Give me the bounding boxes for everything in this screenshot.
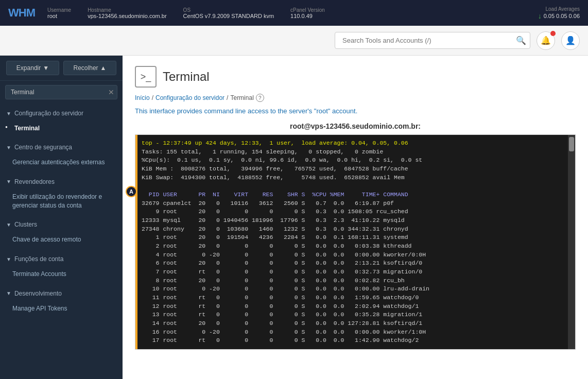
terminal-icon: >_ [135,66,157,88]
sidebar-section-seguranca: ▼ Centro de segurança Gerenciar autentic… [0,137,123,172]
sidebar-item-api[interactable]: Manage API Tokens [0,301,123,316]
chevron-down-icon: ▼ [6,111,11,116]
sidebar-section-funcoes: ▼ Funções de conta Terminate Accounts [0,249,123,284]
terminal-line-19: 13 root rt 0 0 0 0 S 0.0 0.0 0:35.28 mig… [142,311,565,319]
page-title: Terminal [163,70,210,84]
terminal-line-4: KiB Swap: 4194300 total, 4188552 free, 5… [142,174,565,182]
terminal-line-9: 27348 chrony 20 0 103680 1460 1232 S 0.3… [142,225,565,234]
sidebar-section-header-configuracao[interactable]: ▼ Configuração do servidor [0,106,123,121]
terminal-line-0: top - 12:37:49 up 424 days, 12:33, 1 use… [142,139,565,148]
sidebar-section-header-seguranca[interactable]: ▼ Centro de segurança [0,140,123,155]
terminal-line-18: 12 root rt 0 0 0 0 S 0.0 0.0 2:02.94 wat… [142,302,565,311]
chevron-down-icon: ▼ [6,256,11,262]
server-title: root@vps-123456.seudominio.com.br: [135,122,576,130]
terminal-line-6: 32679 cpanelct 20 0 10116 3612 2560 S 0.… [142,199,565,208]
yellow-border [135,135,137,349]
terminal-line-11: 2 root 20 0 0 0 0 S 0.0 0.0 0:03.38 kthr… [142,242,565,251]
breadcrumb-config[interactable]: Configuração do servidor [155,94,224,101]
chevron-down-icon: ▼ [6,179,11,184]
sidebar-item-chave[interactable]: Chave de acesso remoto [0,232,123,247]
content-area: >_ Terminal Início / Configuração do ser… [123,56,588,379]
terminal-line-12: 4 root 0 -20 0 0 0 S 0.0 0.0 0:00.00 kwo… [142,251,565,260]
load-values: ↓ 0.05 0.05 0.06 [538,12,580,20]
terminal-line-7: 9 root 20 0 0 0 0 S 0.3 0.0 1508:05 rcu_… [142,208,565,216]
os-info: OS CentOS v7.9.2009 STANDARD kvm [183,7,274,19]
sidebar-section-configuracao: ▼ Configuração do servidor Terminal [0,104,123,137]
user-account-button[interactable]: 👤 [561,31,580,50]
terminal-line-21: 16 root 0 -20 0 0 0 S 0.0 0.0 0:00.00 kw… [142,328,565,337]
sidebar-search: ✕ [5,85,117,99]
terminal-line-20: 14 root 20 0 0 0 0 S 0.0 0.0 127:28.81 k… [142,319,565,328]
breadcrumb-current: Terminal [230,94,253,101]
load-averages: Load Averages ↓ 0.05 0.05 0.06 [538,6,580,20]
hostname-value: vps-123456.seudominio.com.br [88,13,166,19]
sidebar-search-input[interactable] [5,85,117,99]
collapse-button[interactable]: Recolher ▲ [63,61,116,75]
hostname-info: Hostname vps-123456.seudominio.com.br [88,7,166,19]
sidebar-section-clusters: ▼ Clusters Chave de acesso remoto [0,215,123,249]
sidebar: Expandir ▼ Recolher ▲ ✕ ▼ Configuração d… [0,56,123,379]
cpanel-label: cPanel Version [290,7,325,13]
sidebar-item-auth[interactable]: Gerenciar autenticações externas [0,155,123,170]
search-input[interactable] [335,32,530,49]
page-header: >_ Terminal [135,66,576,88]
sidebar-search-clear[interactable]: ✕ [108,88,114,96]
search-container: 🔍 [335,32,530,49]
terminal-scrollbar[interactable] [568,135,575,349]
terminal-line-16: 10 root 0 -20 0 0 0 S 0.0 0.0 0:00.00 lr… [142,285,565,294]
sidebar-controls: Expandir ▼ Recolher ▲ [0,56,123,81]
terminal-line-8: 12333 mysql 20 0 1940456 181996 17796 S … [142,216,565,225]
main-layout: Expandir ▼ Recolher ▲ ✕ ▼ Configuração d… [0,56,588,379]
notifications-button[interactable]: 🔔 [537,31,555,50]
search-area: 🔍 🔔 👤 [0,26,588,56]
sidebar-section-header-revendedores[interactable]: ▼ Revendedores [0,174,123,190]
terminal[interactable]: top - 12:37:49 up 424 days, 12:33, 1 use… [135,135,575,349]
sidebar-section-desenvolvimento: ▼ Desenvolvimento Manage API Tokens [0,284,123,318]
chevron-down-icon: ▼ [6,290,11,296]
hostname-label: Hostname [88,7,166,13]
annotation-a: A [126,186,137,197]
sidebar-section-revendedores: ▼ Revendedores Exibir utilização do reve… [0,172,123,215]
sidebar-section-header-clusters[interactable]: ▼ Clusters [0,217,123,232]
terminal-line-14: 7 root rt 0 0 0 0 S 0.0 0.0 0:32.73 migr… [142,268,565,277]
sidebar-item-terminal[interactable]: Terminal [0,121,123,135]
terminal-container: A top - 12:37:49 up 424 days, 12:33, 1 u… [135,134,576,350]
top-bar: WHM Username root Hostname vps-123456.se… [0,0,588,26]
sidebar-item-revendedor[interactable]: Exibir utilização do revendedor e gerenc… [0,190,123,213]
terminal-line-10: 1 root 20 0 191504 4236 2284 S 0.0 0.1 1… [142,233,565,242]
username-value: root [47,13,71,19]
breadcrumb: Início / Configuração do servidor / Term… [135,94,576,102]
os-label: OS [183,7,274,13]
top-bar-right: Load Averages ↓ 0.05 0.05 0.06 [538,6,580,20]
notification-badge [550,31,556,36]
load-arrow-icon: ↓ [538,12,542,20]
sidebar-item-terminate[interactable]: Terminate Accounts [0,267,123,282]
terminal-line-3: KiB Mem : 8008276 total, 394996 free, 76… [142,165,565,174]
terminal-wrapper: top - 12:37:49 up 424 days, 12:33, 1 use… [135,134,576,350]
terminal-line-1: Tasks: 155 total, 1 running, 154 sleepin… [142,148,565,157]
whm-logo: WHM [8,6,35,20]
sidebar-section-header-desenvolvimento[interactable]: ▼ Desenvolvimento [0,286,123,301]
breadcrumb-home[interactable]: Início [135,94,150,101]
terminal-line-5 [142,182,565,191]
cpanel-info: cPanel Version 110.0.49 [290,7,325,19]
terminal-line-2: %Cpu(s): 0.1 us, 0.1 sy, 0.0 ni, 99.6 id… [142,156,565,165]
cpanel-value: 110.0.49 [290,13,325,19]
terminal-line-17: 11 root rt 0 0 0 0 S 0.0 0.0 1:59.65 wat… [142,294,565,302]
chevron-down-icon: ▼ [6,145,11,150]
help-icon[interactable]: ? [256,94,264,102]
search-button[interactable]: 🔍 [516,36,526,45]
username-info: Username root [47,7,71,19]
terminal-line-15: 8 root 20 0 0 0 0 S 0.0 0.0 0:02.82 rcu_… [142,277,565,285]
expand-button[interactable]: Expandir ▼ [6,61,59,75]
username-label: Username [47,7,71,13]
terminal-line-13: 6 root 20 0 0 0 0 S 0.0 0.0 2:13.21 ksof… [142,259,565,268]
terminal-line-22: 17 root rt 0 0 0 0 S 0.0 0.0 1:42.90 wat… [142,336,565,345]
chevron-down-icon: ▼ [6,222,11,228]
terminal-line-header: PID USER PR NI VIRT RES SHR S %CPU %MEM … [142,191,565,199]
os-value: CentOS v7.9.2009 STANDARD kvm [183,13,274,19]
terminal-scroll-thumb [569,137,574,151]
sidebar-section-header-funcoes[interactable]: ▼ Funções de conta [0,251,123,267]
page-description: This interface provides command line acc… [135,107,576,115]
top-bar-info: Username root Hostname vps-123456.seudom… [47,7,538,19]
